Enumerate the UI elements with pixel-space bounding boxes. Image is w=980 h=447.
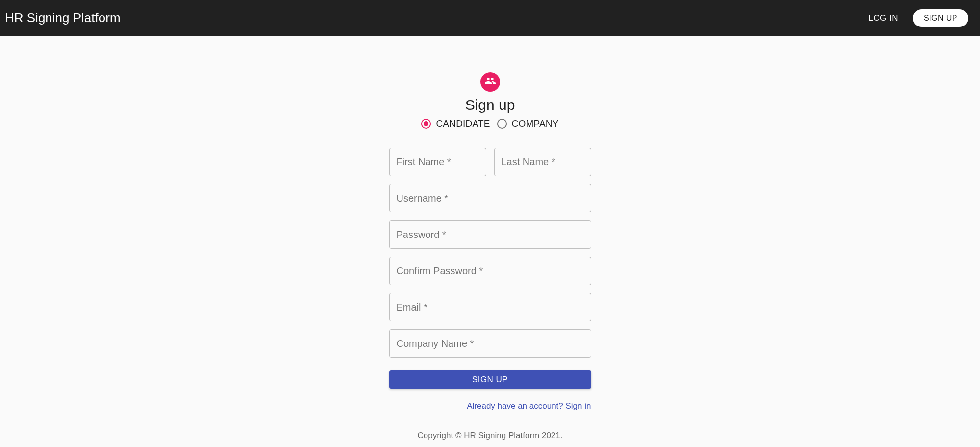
last-name-field-wrapper (494, 148, 591, 176)
app-title: HR Signing Platform (5, 10, 861, 26)
footer-copyright: Copyright © HR Signing Platform 2021. (418, 431, 563, 441)
company-name-field[interactable] (389, 329, 591, 358)
radio-icon-checked (421, 119, 431, 129)
signup-container: Sign up CANDIDATE COMPANY (0, 36, 980, 441)
radio-candidate[interactable]: CANDIDATE (421, 118, 490, 129)
radio-candidate-label: CANDIDATE (436, 118, 490, 129)
login-button[interactable]: LOG IN (861, 9, 905, 27)
links-row: Already have an account? Sign in (389, 401, 591, 411)
signin-link[interactable]: Already have an account? Sign in (467, 401, 591, 411)
avatar-circle (480, 72, 500, 92)
first-name-field[interactable] (389, 148, 486, 176)
password-field-wrapper (389, 220, 591, 249)
username-field-wrapper (389, 184, 591, 212)
signup-nav-button[interactable]: SIGN UP (913, 9, 968, 27)
first-name-field-wrapper (389, 148, 486, 176)
radio-company[interactable]: COMPANY (497, 118, 559, 129)
radio-icon-unchecked (497, 119, 507, 129)
signup-submit-button[interactable]: SIGN UP (389, 370, 591, 389)
role-radio-group: CANDIDATE COMPANY (421, 118, 558, 129)
email-field-wrapper (389, 293, 591, 321)
confirm-password-field[interactable] (389, 257, 591, 285)
username-field[interactable] (389, 184, 591, 212)
confirm-password-field-wrapper (389, 257, 591, 285)
group-icon (484, 75, 496, 89)
radio-company-label: COMPANY (512, 118, 559, 129)
signup-form: SIGN UP Already have an account? Sign in (389, 148, 591, 411)
last-name-field[interactable] (494, 148, 591, 176)
company-name-field-wrapper (389, 329, 591, 358)
email-field[interactable] (389, 293, 591, 321)
page-heading: Sign up (465, 97, 515, 113)
app-header: HR Signing Platform LOG IN SIGN UP (0, 0, 980, 36)
password-field[interactable] (389, 220, 591, 249)
